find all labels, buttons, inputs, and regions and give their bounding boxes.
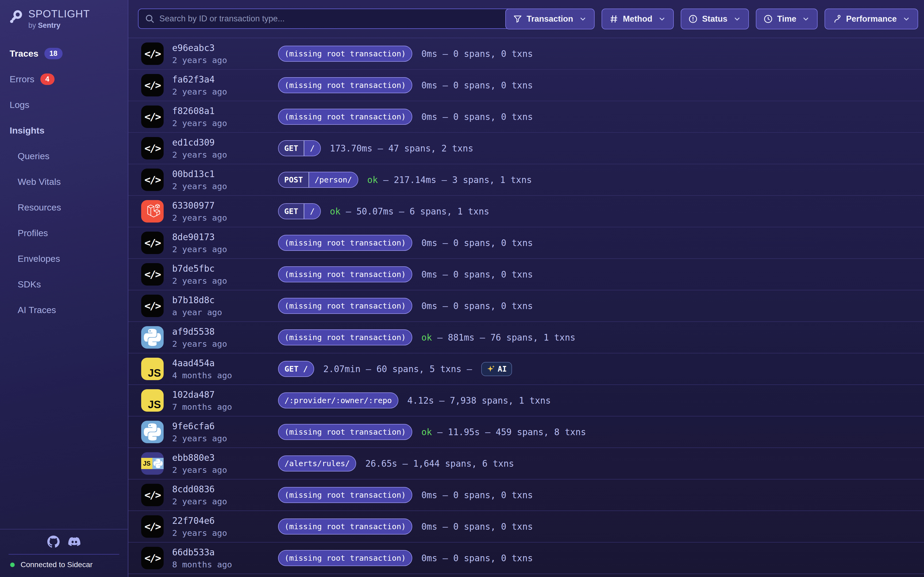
trace-row[interactable]: </>b7de5fbc2 years ago(missing root tran… [128, 259, 924, 290]
trace-row[interactable]: 633009772 years agoGET/ok — 50.07ms — 6 … [128, 196, 924, 227]
javascript-icon: JS [141, 458, 152, 469]
route-path: /person/ [309, 172, 358, 187]
filter-button-transaction[interactable]: Transaction [505, 8, 594, 29]
python-icon [141, 421, 164, 443]
search-input[interactable] [159, 14, 514, 24]
trace-age: 2 years ago [172, 55, 278, 65]
sidebar-item-traces[interactable]: Traces18 [0, 40, 128, 66]
missing-root-badge: (missing root transaction) [278, 235, 412, 251]
trace-stats: 0ms — 0 spans, 0 txns [422, 269, 533, 280]
chevron-down-icon [658, 15, 666, 23]
trace-stats: 0ms — 0 spans, 0 txns [422, 80, 533, 90]
chevron-down-icon [578, 15, 587, 23]
trace-list: </>e96eabc32 years ago(missing root tran… [128, 38, 924, 577]
trace-stats: 0ms — 0 spans, 0 txns [422, 490, 533, 500]
ai-badge: AI [481, 362, 512, 376]
sidebar-item-profiles[interactable]: Profiles [0, 220, 128, 246]
status-ok: ok [422, 427, 432, 437]
code-icon: </> [141, 484, 164, 506]
trace-stats: 4.12s — 7,938 spans, 1 txns [407, 395, 551, 406]
http-method: GET [279, 204, 304, 219]
trace-row[interactable]: JSebb880e32 years ago/alerts/rules/26.65… [128, 448, 924, 479]
app-window: SPOTLIGHT by Sentry Traces18Errors4LogsI… [0, 0, 924, 577]
filter-label: Status [702, 14, 727, 24]
connected-dot [10, 562, 15, 567]
missing-root-badge: (missing root transaction) [278, 424, 412, 440]
trace-row[interactable]: </>ed1cd3092 years agoGET/173.70ms — 47 … [128, 133, 924, 164]
missing-root-badge: (missing root transaction) [278, 266, 412, 282]
filter-button-performance[interactable]: Performance [825, 8, 918, 29]
sidebar-item-envelopes[interactable]: Envelopes [0, 246, 128, 271]
javascript-icon: JS [141, 389, 164, 412]
filter-button-time[interactable]: Time [756, 8, 818, 29]
route-path: / [304, 204, 320, 219]
code-icon: </> [141, 169, 164, 191]
route-badge: GET / [278, 361, 314, 377]
trace-row[interactable]: </>f82608a12 years ago(missing root tran… [128, 101, 924, 133]
code-icon: </> [141, 295, 164, 317]
python-icon [141, 326, 164, 348]
trace-row[interactable]: </>00bd13c12 years agoPOST/person/ok — 2… [128, 164, 924, 196]
trace-age: 2 years ago [172, 276, 278, 285]
laravel-icon [141, 200, 164, 222]
trace-stats: 0ms — 0 spans, 0 txns [422, 553, 533, 563]
trace-id: 00bd13c1 [172, 169, 278, 179]
sidebar-item-label: Traces [10, 48, 39, 59]
sidebar-item-ai-traces[interactable]: AI Traces [0, 297, 128, 323]
brand: SPOTLIGHT by Sentry [9, 8, 90, 30]
sidebar-item-label: Web Vitals [18, 177, 61, 187]
missing-root-badge: (missing root transaction) [278, 109, 412, 125]
trace-row[interactable]: </>fa62f3a42 years ago(missing root tran… [128, 70, 924, 101]
missing-root-badge: (missing root transaction) [278, 550, 412, 566]
sidebar-item-errors[interactable]: Errors4 [0, 66, 128, 92]
main-panel: TransactionMethodStatusTimePerformance <… [128, 0, 924, 577]
trace-row[interactable]: </>66db533a8 months ago(missing root tra… [128, 543, 924, 574]
trace-row[interactable]: JS4aad454a4 months agoGET /2.07min — 60 … [128, 353, 924, 385]
trace-row[interactable]: </>e96eabc32 years ago(missing root tran… [128, 38, 924, 70]
chevron-down-icon [902, 15, 911, 23]
trace-id: f82608a1 [172, 106, 278, 116]
trace-row[interactable]: af9d55382 years ago(missing root transac… [128, 322, 924, 353]
github-icon[interactable] [47, 536, 60, 548]
code-icon: </> [141, 137, 164, 160]
trace-row[interactable]: </>22f704e62 years ago(missing root tran… [128, 511, 924, 543]
trace-id: 66db533a [172, 547, 278, 558]
app-subtitle: by Sentry [28, 21, 90, 30]
filter-button-status[interactable]: Status [681, 8, 749, 29]
trace-age: a year ago [172, 308, 278, 317]
trace-row[interactable]: 9fe6cfa62 years ago(missing root transac… [128, 416, 924, 448]
missing-root-badge: (missing root transaction) [278, 329, 412, 345]
trace-row[interactable]: JS102da4877 months ago/:provider/:owner/… [128, 385, 924, 416]
sidebar-item-web-vitals[interactable]: Web Vitals [0, 169, 128, 195]
trace-row[interactable]: </>8de901732 years ago(missing root tran… [128, 227, 924, 259]
javascript-icon: JS [141, 358, 164, 380]
sidebar-item-queries[interactable]: Queries [0, 143, 128, 169]
status-ok: ok [367, 175, 378, 185]
sidebar-item-logs[interactable]: Logs [0, 92, 128, 118]
hash-icon [609, 14, 619, 24]
trace-id: 4aad454a [172, 358, 278, 368]
sidebar-item-insights[interactable]: Insights [0, 118, 128, 143]
sidebar: SPOTLIGHT by Sentry Traces18Errors4LogsI… [0, 0, 128, 577]
missing-root-badge: (missing root transaction) [278, 46, 412, 62]
code-icon: </> [141, 547, 164, 569]
http-method: POST [279, 172, 309, 187]
sidebar-item-resources[interactable]: Resources [0, 195, 128, 220]
sidebar-item-sdks[interactable]: SDKs [0, 271, 128, 297]
trace-id: 102da487 [172, 390, 278, 400]
trace-row[interactable]: </>8cdd08362 years ago(missing root tran… [128, 479, 924, 511]
trace-stats: 0ms — 0 spans, 0 txns [422, 112, 533, 122]
trace-age: 2 years ago [172, 118, 278, 128]
trace-id: ed1cd309 [172, 137, 278, 148]
filter-label: Time [777, 14, 796, 24]
filter-button-method[interactable]: Method [602, 8, 674, 29]
trace-row[interactable]: </>b7b18d8ca year ago(missing root trans… [128, 290, 924, 322]
filter-buttons: TransactionMethodStatusTimePerformance [505, 8, 918, 29]
missing-root-badge: (missing root transaction) [278, 77, 412, 93]
trace-stats: 0ms — 0 spans, 0 txns [422, 521, 533, 532]
discord-icon[interactable] [68, 536, 81, 548]
sidebar-item-label: AI Traces [18, 305, 56, 315]
http-method: GET [279, 141, 304, 156]
code-icon: </> [141, 74, 164, 97]
trace-age: 2 years ago [172, 181, 278, 191]
